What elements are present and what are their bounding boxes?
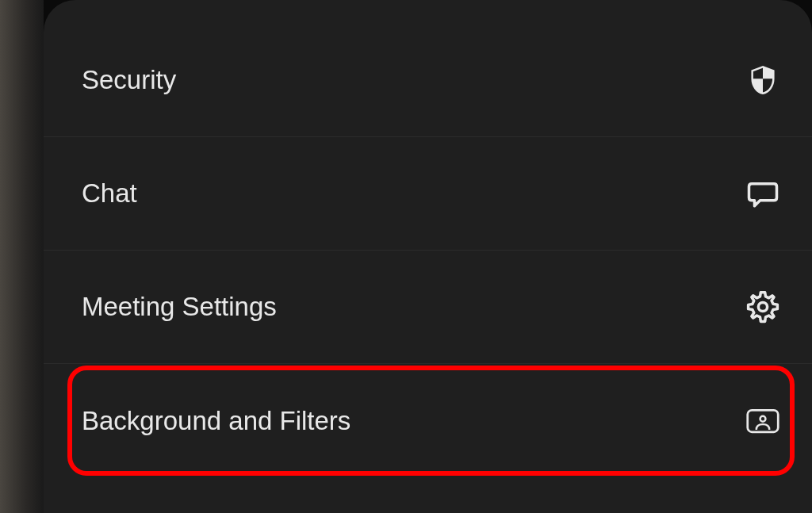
left-edge [0, 0, 44, 513]
menu-item-label: Meeting Settings [82, 292, 277, 322]
shield-icon [745, 63, 780, 98]
svg-point-2 [760, 415, 766, 421]
menu-item-security[interactable]: Security [44, 24, 812, 137]
person-frame-icon [745, 404, 780, 438]
menu-item-background-filters[interactable]: Background and Filters [44, 364, 812, 477]
gear-icon [745, 289, 780, 324]
outer-frame: Security Chat Meeting Settings [0, 0, 812, 513]
menu-item-label: Security [82, 65, 176, 95]
menu-item-label: Background and Filters [82, 406, 350, 436]
chat-icon [745, 176, 780, 211]
menu-item-meeting-settings[interactable]: Meeting Settings [44, 251, 812, 364]
menu-item-label: Chat [82, 178, 137, 209]
menu-panel: Security Chat Meeting Settings [44, 0, 812, 513]
menu-item-chat[interactable]: Chat [44, 137, 812, 251]
svg-point-0 [758, 302, 767, 311]
